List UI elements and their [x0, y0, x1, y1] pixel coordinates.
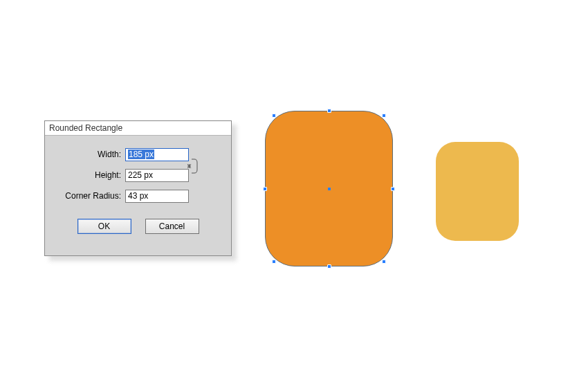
- height-input[interactable]: 225 px: [125, 169, 189, 182]
- dialog-body: Width: 185 px Height: 225 px Corner Radi…: [45, 136, 231, 241]
- selection-handle[interactable]: [327, 264, 331, 269]
- rounded-rectangle-dialog: Rounded Rectangle Width: 185 px Height: …: [44, 120, 232, 256]
- selection-handle[interactable]: [263, 187, 267, 191]
- corner-radius-input[interactable]: 43 px: [125, 190, 189, 203]
- selection-handle[interactable]: [391, 187, 395, 191]
- canvas-shape-yellow[interactable]: [436, 142, 519, 241]
- dialog-button-row: OK Cancel: [57, 219, 219, 234]
- width-input[interactable]: 185 px: [125, 148, 189, 161]
- dialog-title: Rounded Rectangle: [45, 121, 231, 136]
- corner-radius-label: Corner Radius:: [57, 191, 125, 201]
- ok-button[interactable]: OK: [77, 219, 131, 234]
- width-label: Width:: [57, 150, 125, 159]
- constrain-proportions-icon[interactable]: [187, 156, 200, 178]
- selection-handle[interactable]: [272, 114, 276, 118]
- selection-handle[interactable]: [382, 260, 386, 264]
- selection-center[interactable]: [328, 188, 331, 190]
- selection-handle[interactable]: [327, 109, 331, 113]
- cancel-button[interactable]: Cancel: [145, 219, 199, 234]
- corner-radius-row: Corner Radius: 43 px: [57, 187, 219, 205]
- selection-handle[interactable]: [272, 260, 276, 264]
- selection-handle[interactable]: [382, 114, 386, 118]
- height-label: Height:: [57, 170, 125, 180]
